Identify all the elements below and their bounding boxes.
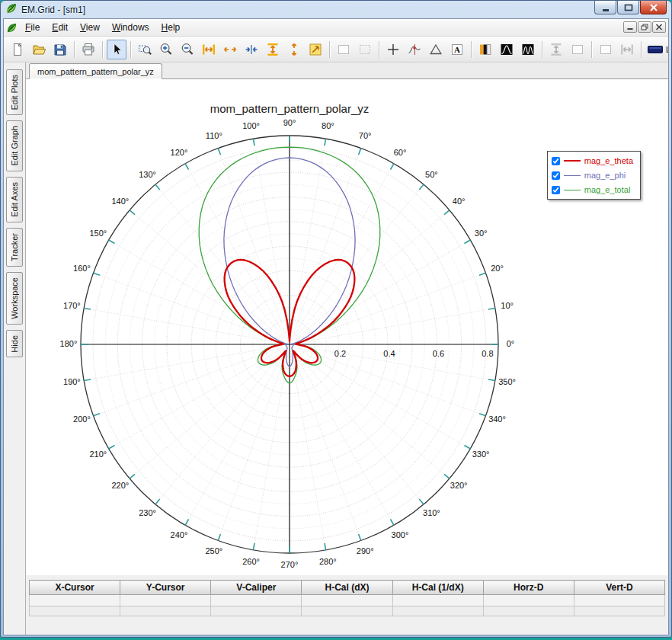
add-text-button[interactable]: A (447, 40, 467, 59)
toolbar-separator (591, 41, 592, 58)
legend-item-mag_e_theta: mag_e_theta (552, 155, 633, 167)
frame-tool-2-button[interactable] (596, 40, 616, 59)
wave-single-icon (499, 42, 514, 57)
app-window: EM.Grid - [sm1] FileEditViewWindowsHelp (0, 0, 672, 638)
legend-line-sample (564, 190, 581, 190)
sidebar-tab-edit-plots[interactable]: Edit Plots (6, 69, 23, 115)
mdi-restore-icon (641, 24, 648, 30)
toolbar-separator (74, 41, 75, 58)
colormap-button[interactable] (475, 40, 495, 59)
frame-tool-button[interactable] (568, 40, 587, 59)
legend-checkbox-mag_e_total[interactable] (552, 186, 560, 194)
add-cursor-button[interactable] (383, 40, 403, 59)
layout-label: Layout (666, 45, 668, 54)
zoom-out-button[interactable] (178, 40, 197, 59)
mdi-child-icon[interactable] (6, 22, 18, 34)
open-folder-icon (31, 42, 46, 57)
sidebar-tab-edit-graph[interactable]: Edit Graph (6, 120, 23, 171)
toolbar-separator (471, 41, 472, 58)
save-file-button[interactable] (50, 40, 70, 59)
readout-col-2: V-Caliper (211, 581, 302, 595)
angle-tick-label: 270° (281, 560, 299, 569)
legend-label: mag_e_phi (584, 171, 626, 180)
menu-items: FileEditViewWindowsHelp (19, 20, 186, 35)
menu-edit[interactable]: Edit (46, 20, 74, 35)
titlebar[interactable]: EM.Grid - [sm1] (3, 1, 669, 18)
readout-cell (483, 606, 574, 616)
angle-tick-label: 260° (242, 557, 260, 566)
empty-frame-icon (336, 42, 351, 57)
minimize-button[interactable] (594, 1, 616, 14)
new-frame-button[interactable] (334, 40, 354, 59)
print-button[interactable] (78, 40, 98, 59)
readout-cell (392, 606, 483, 616)
sidebar-tab-label: Tracker (10, 233, 19, 261)
document-tab-label: mom_pattern_pattern_polar_yz (37, 67, 154, 76)
document-tab[interactable]: mom_pattern_pattern_polar_yz (29, 63, 162, 79)
sidebar-tab-tracker[interactable]: Tracker (6, 228, 23, 267)
plot-area: mom_pattern_pattern_polar_yz0°10°20°30°4… (26, 79, 668, 575)
readout-cell (120, 595, 211, 606)
radius-tick-label: 0.6 (433, 349, 444, 358)
sidebar-tab-edit-axes[interactable]: Edit Axes (6, 177, 23, 222)
select-cursor-button[interactable] (107, 40, 126, 59)
readout-cell (483, 595, 574, 606)
legend-item-mag_e_phi: mag_e_phi (552, 169, 633, 181)
stretch-horizontal-button[interactable] (617, 40, 637, 59)
fit-all-icon (308, 42, 323, 57)
angle-tick-label: 320° (450, 481, 468, 490)
shrink-horizontal-button[interactable] (242, 40, 261, 59)
readout-cell (30, 606, 120, 616)
layout-swatch-icon (648, 42, 663, 57)
legend-checkbox-mag_e_phi[interactable] (552, 171, 560, 180)
fit-width-button[interactable] (199, 40, 219, 59)
angle-tick-label: 230° (139, 508, 156, 517)
waveform-single-button[interactable] (497, 40, 517, 59)
waveform-multi-button[interactable] (518, 40, 538, 59)
angle-tick-label: 30° (475, 229, 488, 238)
layout-selector[interactable]: Layout (648, 42, 668, 57)
tracker-tool-button[interactable] (405, 40, 424, 59)
angle-tick-label: 50° (425, 170, 438, 179)
new-region-button[interactable] (355, 40, 375, 59)
sidebar-tab-workspace[interactable]: Workspace (6, 272, 23, 325)
open-file-button[interactable] (29, 40, 49, 59)
toolbar: ALayout (4, 37, 668, 62)
mdi-restore-button[interactable] (638, 21, 651, 33)
empty-frame-icon (570, 42, 585, 57)
angle-tick-label: 20° (491, 264, 504, 273)
menu-help[interactable]: Help (155, 20, 187, 35)
sidebar-tab-hide[interactable]: Hide (6, 330, 23, 358)
menu-file[interactable]: File (19, 20, 46, 35)
dashed-frame-icon (357, 42, 373, 57)
angle-tick-label: 300° (392, 530, 409, 539)
minimize-icon (600, 3, 611, 12)
stretch-vertical-button[interactable] (546, 40, 566, 59)
fit-height-button[interactable] (263, 40, 283, 59)
print-icon (81, 42, 96, 57)
arrows-out-h-icon (222, 42, 238, 57)
angle-tick-label: 200° (73, 414, 91, 424)
legend-label: mag_e_total (584, 185, 631, 194)
menu-view[interactable]: View (74, 20, 106, 35)
radius-tick-label: 0.8 (482, 349, 493, 358)
mdi-minimize-button[interactable] (623, 21, 637, 33)
legend-checkbox-mag_e_theta[interactable] (552, 157, 560, 165)
add-marker-button[interactable] (426, 40, 446, 59)
new-document-button[interactable] (8, 40, 27, 59)
zoom-in-button[interactable] (156, 40, 176, 59)
mdi-close-button[interactable] (652, 21, 666, 33)
readout-col-6: Vert-D (574, 581, 664, 595)
readout-col-1: Y-Cursor (120, 581, 211, 595)
angle-tick-label: 190° (63, 377, 81, 386)
triangle-marker-icon (428, 42, 443, 57)
readout-cell (120, 606, 211, 616)
menu-windows[interactable]: Windows (106, 20, 155, 35)
readout-col-4: H-Cal (1/dX) (392, 581, 483, 595)
close-button[interactable] (640, 1, 667, 14)
expand-vertical-button[interactable] (284, 40, 304, 59)
zoom-window-button[interactable] (135, 40, 155, 59)
fit-all-button[interactable] (306, 40, 325, 59)
expand-horizontal-button[interactable] (220, 40, 240, 59)
maximize-button[interactable] (617, 1, 639, 14)
